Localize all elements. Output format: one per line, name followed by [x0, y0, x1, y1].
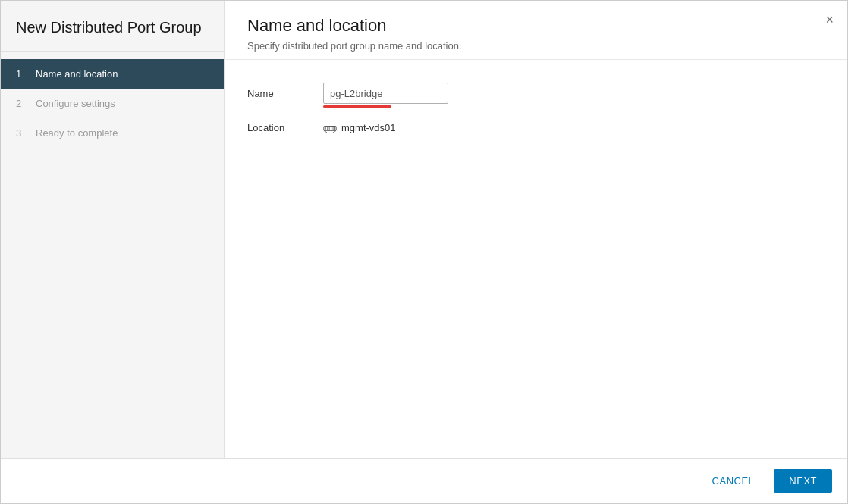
sidebar-title: New Distributed Port Group — [1, 1, 224, 52]
sidebar-item-name-and-location[interactable]: 1 Name and location — [1, 59, 224, 89]
name-row: Name — [247, 83, 824, 104]
sidebar-item-ready-to-complete[interactable]: 3 Ready to complete — [1, 118, 224, 148]
main-form: Name Location — [225, 60, 847, 458]
name-input-error-underline — [323, 105, 391, 108]
next-button[interactable]: NEXT — [774, 469, 832, 493]
step-3-label: Ready to complete — [36, 127, 118, 139]
name-field — [323, 83, 824, 104]
main-subtitle: Specify distributed port group name and … — [247, 40, 824, 52]
sidebar: New Distributed Port Group 1 Name and lo… — [1, 1, 225, 458]
name-label: Name — [247, 88, 323, 99]
step-1-number: 1 — [16, 68, 28, 80]
step-3-number: 3 — [16, 127, 28, 139]
step-1-label: Name and location — [36, 68, 118, 80]
cancel-button[interactable]: CANCEL — [700, 469, 767, 493]
sidebar-steps: 1 Name and location 2 Configure settings… — [1, 52, 224, 155]
location-row: Location — [247, 122, 824, 133]
main-header: Name and location Specify distributed po… — [225, 1, 847, 60]
new-distributed-port-group-dialog: × New Distributed Port Group 1 Name and … — [0, 0, 848, 504]
step-2-number: 2 — [16, 98, 28, 109]
sidebar-item-configure-settings[interactable]: 2 Configure settings — [1, 89, 224, 118]
name-input[interactable] — [323, 83, 448, 104]
location-value: mgmt-vds01 — [341, 122, 396, 133]
close-button[interactable]: × — [822, 10, 837, 30]
dialog-footer: CANCEL NEXT — [1, 458, 847, 503]
network-switch-icon — [323, 124, 337, 133]
step-2-label: Configure settings — [36, 98, 115, 109]
location-field: mgmt-vds01 — [323, 122, 824, 133]
dialog-body: New Distributed Port Group 1 Name and lo… — [1, 1, 847, 458]
location-label: Location — [247, 122, 323, 133]
name-input-wrapper — [323, 83, 448, 104]
main-title: Name and location — [247, 16, 824, 36]
main-content: Name and location Specify distributed po… — [225, 1, 847, 458]
